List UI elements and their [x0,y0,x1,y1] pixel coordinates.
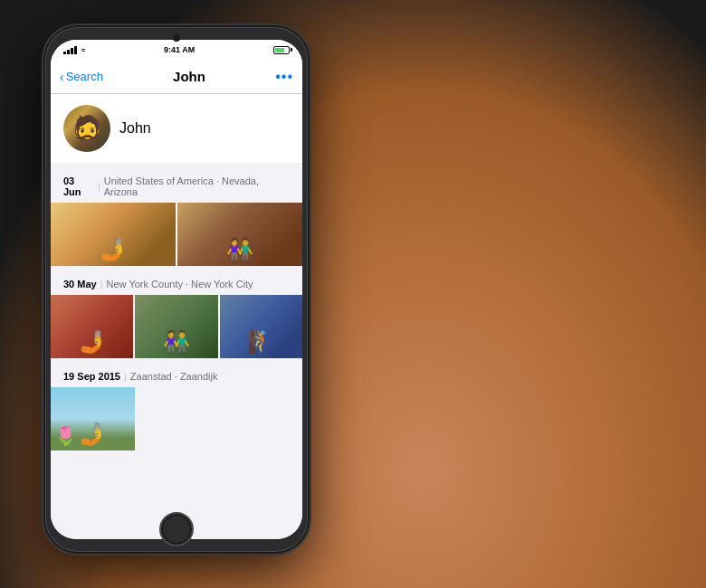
date-text-2: 30 May [63,279,97,289]
front-camera [173,34,180,42]
battery-fill [275,48,285,52]
status-bar: ≈ 9:41 AM [51,40,302,60]
chevron-left-icon: ‹ [60,70,64,84]
photo-group-1: 03 Jun | United States of America · Neva… [51,170,302,268]
photo-item[interactable]: 🤳 [51,295,133,358]
date-section-2: 30 May | New York County · New York City [51,273,302,293]
status-right [273,46,290,54]
navigation-bar: ‹ Search John ••• [51,60,302,94]
photo-item[interactable]: 👫 [177,203,302,266]
photo-item[interactable]: 🧗 [220,295,302,358]
separator-1: | [98,181,100,192]
home-button[interactable] [159,512,194,546]
separator-3: | [124,371,127,382]
photo-group-2: 30 May | New York County · New York City… [51,273,302,360]
photo-group-3: 19 Sep 2015 | Zaanstad · Zaandijk 🤳 [51,365,302,452]
photo-grid-1: 🤳 👫 [51,201,302,268]
photo-content: 👫 [226,237,253,262]
photo-grid-2: 🤳 👫 🧗 [51,293,302,360]
location-text-2: New York County · New York City [107,279,253,289]
date-label-1: 03 Jun | United States of America · Neva… [63,175,290,197]
signal-icon [63,46,77,54]
profile-section: 🧔 John [51,94,302,163]
photo-item[interactable]: 🤳 [51,203,176,266]
avatar: 🧔 [63,105,110,152]
photo-content: 🤳 [79,329,106,355]
location-text-1: United States of America · Nevada, Arizo… [104,175,290,197]
photo-content: 🧗 [247,329,274,355]
photo-content: 🤳 [79,422,106,447]
location-text-3: Zaanstad · Zaandijk [130,371,218,382]
more-button[interactable]: ••• [275,69,293,85]
date-text-3: 19 Sep 2015 [63,371,120,382]
scene: ≈ 9:41 AM ‹ Search John •• [0,0,706,588]
avatar-emoji: 🧔 [72,114,103,144]
battery-icon [273,46,290,54]
phone-device: ≈ 9:41 AM ‹ Search John •• [45,27,308,552]
status-left: ≈ [63,46,85,54]
separator-2: | [100,279,103,289]
date-label-3: 19 Sep 2015 | Zaanstad · Zaandijk [63,371,290,382]
date-label-2: 30 May | New York County · New York City [63,279,290,289]
photo-item[interactable]: 🤳 [51,387,135,450]
battery-indicator [273,46,290,54]
date-section-3: 19 Sep 2015 | Zaanstad · Zaandijk [51,365,302,385]
photo-content: 🤳 [100,237,127,262]
back-label: Search [66,70,103,83]
photo-content: 👫 [163,329,190,355]
content-area: 🧔 John 03 Jun | United States of America… [51,94,302,539]
back-button[interactable]: ‹ Search [60,70,103,84]
date-section-1: 03 Jun | United States of America · Neva… [51,170,302,201]
phone-screen: ≈ 9:41 AM ‹ Search John •• [51,40,302,539]
photo-grid-3: 🤳 [51,385,302,452]
status-time: 9:41 AM [164,45,195,54]
page-title: John [173,69,205,84]
photo-item[interactable]: 👫 [135,295,217,358]
profile-name: John [119,120,151,137]
wifi-icon: ≈ [81,46,85,54]
date-text-1: 03 Jun [63,175,94,197]
